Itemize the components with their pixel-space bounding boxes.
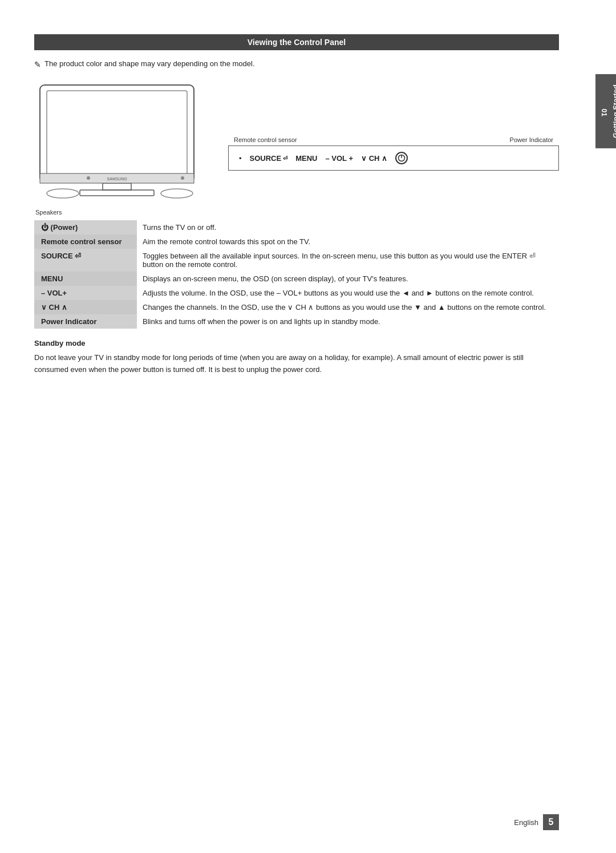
- footer: English 5: [514, 814, 559, 830]
- control-panel-section: Remote control sensor Power Indicator • …: [228, 79, 559, 171]
- svg-rect-0: [40, 85, 194, 182]
- power-indicator-diagram-label: Power Indicator: [510, 136, 553, 143]
- table-key: Power Indicator: [34, 314, 137, 329]
- table-value: Turns the TV on or off.: [137, 220, 559, 235]
- footer-language: English: [514, 818, 538, 827]
- note-icon: ✎: [34, 60, 41, 69]
- table-row: ∨ CH ∧Changes the channels. In the OSD, …: [34, 300, 559, 314]
- svg-rect-2: [103, 183, 131, 190]
- speakers-label: Speakers: [34, 209, 228, 216]
- section-title: Viewing the Control Panel: [248, 38, 346, 47]
- remote-control-sensor-label: Remote control sensor: [234, 136, 297, 143]
- bullet: •: [239, 154, 242, 163]
- svg-text:SAMSUNG: SAMSUNG: [107, 177, 127, 181]
- tv-svg: SAMSUNG: [34, 79, 211, 205]
- menu-ctrl: MENU: [295, 154, 317, 163]
- table-row: ⏻ (Power)Turns the TV on or off.: [34, 220, 559, 235]
- side-tab-label: Getting Started: [611, 84, 616, 138]
- table-row: – VOL+Adjusts the volume. In the OSD, us…: [34, 286, 559, 300]
- label-row: Remote control sensor Power Indicator: [228, 136, 559, 143]
- features-table: ⏻ (Power)Turns the TV on or off.Remote c…: [34, 220, 559, 329]
- svg-point-6: [47, 189, 79, 198]
- side-tab: 01 Getting Started: [595, 74, 616, 148]
- table-value: Aim the remote control towards this spot…: [137, 235, 559, 249]
- svg-point-8: [87, 176, 90, 180]
- table-key: SOURCE ⏎: [34, 249, 137, 272]
- side-tab-number: 01: [600, 108, 608, 116]
- ch-ctrl: ∨ CH ∧: [361, 154, 387, 163]
- standby-text: Do not leave your TV in standby mode for…: [34, 352, 559, 376]
- vol-ctrl: – VOL +: [325, 154, 353, 163]
- note-line: ✎ The product color and shape may vary d…: [34, 59, 559, 69]
- standby-section: Standby mode Do not leave your TV in sta…: [34, 339, 559, 376]
- table-value: Displays an on-screen menu, the OSD (on …: [137, 272, 559, 286]
- source-ctrl: SOURCE⏎: [250, 154, 288, 163]
- table-value: Adjusts the volume. In the OSD, use the …: [137, 286, 559, 300]
- table-row: SOURCE ⏎Toggles between all the availabl…: [34, 249, 559, 272]
- table-value: Changes the channels. In the OSD, use th…: [137, 300, 559, 314]
- main-content: Viewing the Control Panel ✎ The product …: [34, 34, 559, 376]
- table-key: ⏻ (Power): [34, 220, 137, 235]
- diagram-wrapper: SAMSUNG Speakers Remote control sensor P…: [34, 79, 559, 216]
- standby-title: Standby mode: [34, 339, 559, 347]
- table-key: MENU: [34, 272, 137, 286]
- footer-page-number: 5: [543, 814, 559, 830]
- table-key: Remote control sensor: [34, 235, 137, 249]
- tv-illustration: SAMSUNG Speakers: [34, 79, 228, 216]
- svg-rect-3: [80, 190, 154, 196]
- table-key: – VOL+: [34, 286, 137, 300]
- power-button-icon: [395, 152, 408, 164]
- control-panel-box: • SOURCE⏎ MENU – VOL + ∨ CH ∧: [228, 145, 559, 171]
- svg-rect-1: [47, 91, 187, 175]
- table-row: MENUDisplays an on-screen menu, the OSD …: [34, 272, 559, 286]
- svg-point-7: [161, 189, 193, 198]
- svg-point-9: [181, 176, 184, 180]
- table-key: ∨ CH ∧: [34, 300, 137, 314]
- table-value: Toggles between all the available input …: [137, 249, 559, 272]
- section-header: Viewing the Control Panel: [34, 34, 559, 50]
- table-row: Remote control sensorAim the remote cont…: [34, 235, 559, 249]
- table-row: Power IndicatorBlinks and turns off when…: [34, 314, 559, 329]
- table-value: Blinks and turns off when the power is o…: [137, 314, 559, 329]
- note-text: The product color and shape may vary dep…: [44, 59, 255, 68]
